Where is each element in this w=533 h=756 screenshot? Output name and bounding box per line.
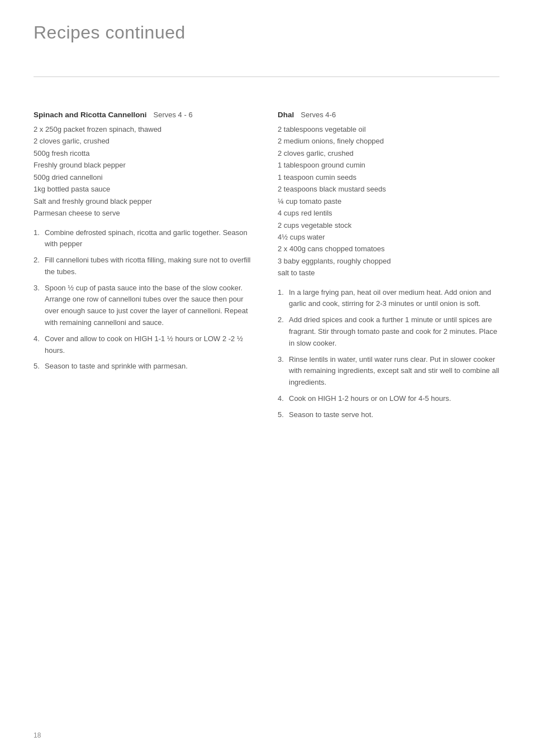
instruction-item: 1. Combine defrosted spinach, ricotta an… bbox=[34, 227, 255, 251]
instruction-number: 4. bbox=[278, 393, 287, 405]
ingredient-item: ¼ cup tomato paste bbox=[278, 195, 499, 207]
ingredient-item: 4½ cups water bbox=[278, 231, 499, 243]
instruction-item: 2. Add dried spices and cook a further 1… bbox=[278, 314, 499, 349]
instruction-text: Season to taste serve hot. bbox=[289, 409, 499, 421]
ingredient-item: 2 cloves garlic, crushed bbox=[34, 135, 255, 147]
ingredient-item: 2 medium onions, finely chopped bbox=[278, 135, 499, 147]
ingredients-list-dhal: 2 tablespoons vegetable oil 2 medium oni… bbox=[278, 123, 499, 279]
instruction-number: 5. bbox=[34, 361, 42, 372]
page-title: Recipes continued bbox=[34, 22, 499, 43]
instruction-item: 4. Cook on HIGH 1-2 hours or on LOW for … bbox=[278, 393, 499, 405]
instruction-text: Rinse lentils in water, until water runs… bbox=[289, 354, 499, 389]
instruction-text: Combine defrosted spinach, ricotta and g… bbox=[45, 227, 255, 251]
page-number: 18 bbox=[34, 731, 41, 739]
ingredient-item: salt to taste bbox=[278, 267, 499, 279]
instruction-text: Fill cannelloni tubes with ricotta filli… bbox=[45, 255, 255, 278]
instruction-item: 3. Spoon ½ cup of pasta sauce into the b… bbox=[34, 283, 255, 329]
ingredient-item: 500g dried cannelloni bbox=[34, 171, 255, 183]
instruction-item: 5. Season to taste serve hot. bbox=[278, 409, 499, 421]
instruction-text: Cook on HIGH 1-2 hours or on LOW for 4-5… bbox=[289, 393, 499, 405]
instruction-number: 5. bbox=[278, 409, 287, 421]
ingredient-item: Salt and freshly ground black pepper bbox=[34, 195, 255, 207]
instruction-text: Add dried spices and cook a further 1 mi… bbox=[289, 314, 499, 349]
instruction-text: Spoon ½ cup of pasta sauce into the base… bbox=[45, 283, 255, 329]
instruction-text: Cover and allow to cook on HIGH 1-1 ½ ho… bbox=[45, 333, 255, 357]
recipe-spinach-cannelloni: Spinach and Ricotta Cannelloni Serves 4 … bbox=[34, 111, 255, 425]
ingredient-item: 500g fresh ricotta bbox=[34, 147, 255, 159]
recipe-serves-cannelloni: Serves 4 - 6 bbox=[154, 111, 193, 119]
recipe-dhal: Dhal Serves 4-6 2 tablespoons vegetable … bbox=[278, 111, 499, 425]
recipe-title-cannelloni: Spinach and Ricotta Cannelloni bbox=[34, 111, 147, 119]
ingredient-item: 2 tablespoons vegetable oil bbox=[278, 123, 499, 135]
instruction-item: 4. Cover and allow to cook on HIGH 1-1 ½… bbox=[34, 333, 255, 357]
recipes-container: Spinach and Ricotta Cannelloni Serves 4 … bbox=[34, 111, 499, 425]
page: Recipes continued Spinach and Ricotta Ca… bbox=[0, 0, 533, 756]
ingredient-item: 3 baby eggplants, roughly chopped bbox=[278, 255, 499, 267]
ingredient-item: 4 cups red lentils bbox=[278, 207, 499, 219]
ingredient-item: Freshly ground black pepper bbox=[34, 159, 255, 171]
recipe-header-dhal: Dhal Serves 4-6 bbox=[278, 111, 499, 119]
instruction-number: 2. bbox=[278, 314, 287, 349]
instruction-item: 3. Rinse lentils in water, until water r… bbox=[278, 354, 499, 389]
instruction-item: 2. Fill cannelloni tubes with ricotta fi… bbox=[34, 255, 255, 278]
ingredient-item: Parmesan cheese to serve bbox=[34, 207, 255, 219]
recipe-title-dhal: Dhal bbox=[278, 111, 294, 119]
instruction-item: 5. Season to taste and sprinkle with par… bbox=[34, 361, 255, 372]
ingredient-item: 2 teaspoons black mustard seeds bbox=[278, 183, 499, 195]
instruction-text: In a large frying pan, heat oil over med… bbox=[289, 287, 499, 310]
instruction-number: 2. bbox=[34, 255, 42, 278]
ingredient-item: 2 cloves garlic, crushed bbox=[278, 147, 499, 159]
instruction-text: Season to taste and sprinkle with parmes… bbox=[45, 361, 255, 372]
instruction-number: 1. bbox=[34, 227, 42, 251]
ingredient-item: 1 tablespoon ground cumin bbox=[278, 159, 499, 171]
ingredient-item: 2 x 250g packet frozen spinach, thawed bbox=[34, 123, 255, 135]
instruction-number: 3. bbox=[278, 354, 287, 389]
instruction-number: 4. bbox=[34, 333, 42, 357]
ingredient-item: 2 x 400g cans chopped tomatoes bbox=[278, 243, 499, 255]
instructions-list-cannelloni: 1. Combine defrosted spinach, ricotta an… bbox=[34, 227, 255, 373]
recipe-header-cannelloni: Spinach and Ricotta Cannelloni Serves 4 … bbox=[34, 111, 255, 119]
ingredient-item: 1 teaspoon cumin seeds bbox=[278, 171, 499, 183]
ingredients-list-cannelloni: 2 x 250g packet frozen spinach, thawed 2… bbox=[34, 123, 255, 219]
divider bbox=[34, 76, 499, 77]
instructions-list-dhal: 1. In a large frying pan, heat oil over … bbox=[278, 287, 499, 421]
instruction-item: 1. In a large frying pan, heat oil over … bbox=[278, 287, 499, 310]
instruction-number: 1. bbox=[278, 287, 287, 310]
instruction-number: 3. bbox=[34, 283, 42, 329]
ingredient-item: 1kg bottled pasta sauce bbox=[34, 183, 255, 195]
recipe-serves-dhal: Serves 4-6 bbox=[301, 111, 336, 119]
ingredient-item: 2 cups vegetable stock bbox=[278, 219, 499, 231]
